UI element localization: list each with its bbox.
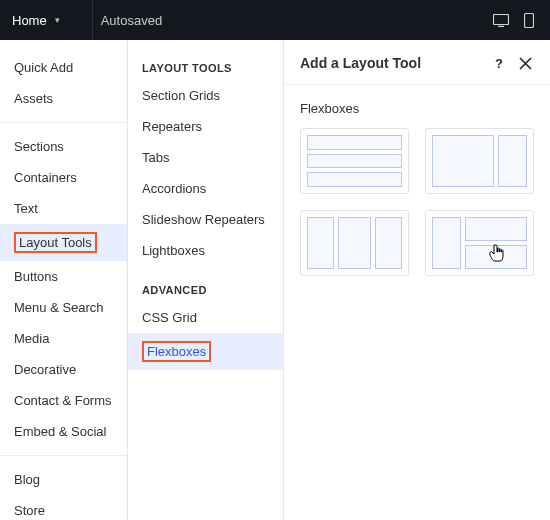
sidebar-item-buttons[interactable]: Buttons: [0, 261, 127, 292]
home-dropdown[interactable]: Home ▾: [12, 13, 78, 28]
sidebar-item-quick-add[interactable]: Quick Add: [0, 52, 127, 83]
svg-rect-0: [494, 14, 509, 24]
flexbox-card-three-columns[interactable]: [300, 210, 409, 276]
group-title-advanced: ADVANCED: [128, 276, 283, 302]
flexbox-card-mixed[interactable]: [425, 210, 534, 276]
help-icon[interactable]: ?: [490, 54, 508, 72]
flexbox-card-two-columns[interactable]: [425, 128, 534, 194]
sidebar-divider: [0, 455, 127, 456]
sidebar-item-embed-social[interactable]: Embed & Social: [0, 416, 127, 447]
autosaved-status: Autosaved: [101, 13, 162, 28]
layout-cards-grid: [284, 128, 550, 276]
sub-item-accordions[interactable]: Accordions: [128, 173, 283, 204]
sidebar-item-assets[interactable]: Assets: [0, 83, 127, 114]
top-bar: Home ▾ Autosaved: [0, 0, 550, 40]
panel-header: Add a Layout Tool ?: [284, 40, 550, 85]
sidebar-item-blog[interactable]: Blog: [0, 464, 127, 495]
sidebar-item-decorative[interactable]: Decorative: [0, 354, 127, 385]
home-label: Home: [12, 13, 47, 28]
mobile-view-icon[interactable]: [520, 11, 538, 29]
sidebar-item-containers[interactable]: Containers: [0, 162, 127, 193]
svg-rect-2: [525, 13, 534, 27]
desktop-view-icon[interactable]: [492, 11, 510, 29]
sub-item-lightboxes[interactable]: Lightboxes: [128, 235, 283, 266]
panel-title: Add a Layout Tool: [300, 55, 482, 71]
sidebar-item-text[interactable]: Text: [0, 193, 127, 224]
sub-item-css-grid[interactable]: CSS Grid: [128, 302, 283, 333]
flexbox-card-rows[interactable]: [300, 128, 409, 194]
sidebar-item-menu-search[interactable]: Menu & Search: [0, 292, 127, 323]
sub-item-tabs[interactable]: Tabs: [128, 142, 283, 173]
chevron-down-icon: ▾: [55, 15, 60, 25]
primary-sidebar: Quick Add Assets Sections Containers Tex…: [0, 40, 128, 520]
sub-item-slideshow-repeaters[interactable]: Slideshow Repeaters: [128, 204, 283, 235]
sidebar-item-store[interactable]: Store: [0, 495, 127, 520]
sub-item-repeaters[interactable]: Repeaters: [128, 111, 283, 142]
section-label-flexboxes: Flexboxes: [284, 85, 550, 128]
main-area: Quick Add Assets Sections Containers Tex…: [0, 40, 550, 520]
close-icon[interactable]: [516, 54, 534, 72]
sidebar-item-media[interactable]: Media: [0, 323, 127, 354]
topbar-divider: [92, 0, 93, 40]
group-title-layout-tools: LAYOUT TOOLS: [128, 54, 283, 80]
sidebar-item-contact-forms[interactable]: Contact & Forms: [0, 385, 127, 416]
sidebar-item-sections[interactable]: Sections: [0, 131, 127, 162]
sub-item-section-grids[interactable]: Section Grids: [128, 80, 283, 111]
panel: Add a Layout Tool ? Flexboxes: [284, 40, 550, 520]
sidebar-item-layout-tools[interactable]: Layout Tools: [0, 224, 127, 261]
secondary-sidebar: LAYOUT TOOLS Section Grids Repeaters Tab…: [128, 40, 284, 520]
sub-item-flexboxes[interactable]: Flexboxes: [128, 333, 283, 370]
sidebar-divider: [0, 122, 127, 123]
